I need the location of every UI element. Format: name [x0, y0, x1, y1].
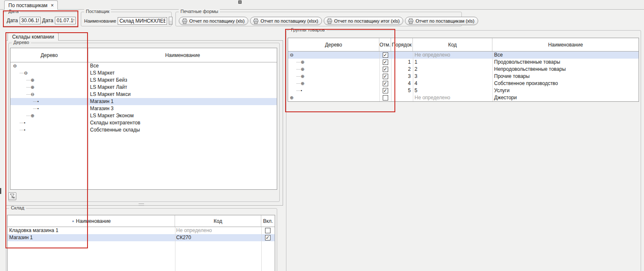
- expand-node-icon[interactable]: ⊕: [31, 85, 34, 90]
- tab-po-postavshchikam[interactable]: По поставщикам ×: [4, 0, 58, 10]
- filter-add-button[interactable]: [8, 192, 16, 200]
- horizontal-splitter-handle[interactable]: [139, 204, 144, 206]
- product-group-row[interactable]: ⊕✓44Собственное производство: [288, 80, 639, 87]
- column-header-tree[interactable]: Дерево: [288, 38, 379, 51]
- print-report-button[interactable]: Отчет по поставщику (xlsx): [250, 17, 322, 25]
- tree-row[interactable]: ⊖Все: [10, 62, 277, 70]
- checkbox-checked[interactable]: ✓: [383, 81, 388, 86]
- tree-connector: [26, 80, 30, 80]
- tree-row[interactable]: ●Склады контрагентов: [10, 119, 277, 126]
- tab-sklady-kompanii[interactable]: Склады компании: [8, 33, 59, 41]
- collapse-node-icon[interactable]: ⊖: [13, 64, 17, 68]
- tree-row[interactable]: ⊕LS Маркет Лайт: [10, 84, 277, 91]
- print-report-button[interactable]: Отчет по поставщикам (xls): [405, 17, 478, 25]
- column-header-label: Наименование: [76, 218, 111, 224]
- tree-row[interactable]: ⊕LS Маркет Эконом: [10, 112, 277, 119]
- checkbox-unchecked[interactable]: [383, 95, 388, 101]
- column-header-included[interactable]: Вкл.: [261, 215, 275, 227]
- product-group-row[interactable]: ⊕✓11Продовольственные товары: [288, 59, 639, 66]
- expand-node-icon[interactable]: ⊕: [31, 78, 34, 83]
- group-code: Не определено: [413, 52, 492, 59]
- tree-node-cell: ⊕: [10, 77, 88, 84]
- tree-row[interactable]: ●Магазин 3: [10, 105, 277, 112]
- supplier-name-label: Наименование: [84, 18, 116, 23]
- tree-connector: [33, 101, 37, 102]
- warehouse-name: LS Маркет Лайт: [88, 84, 277, 91]
- product-group-row[interactable]: ⊕✓22Непродовольственные товары: [288, 66, 639, 73]
- tree-connector: [20, 73, 23, 73]
- tree-row[interactable]: ●Магазин 1: [10, 98, 277, 105]
- checkbox-checked[interactable]: ✓: [383, 52, 388, 58]
- expand-node-icon[interactable]: ⊕: [301, 74, 304, 79]
- group-name: Продовольственные товары: [492, 59, 639, 66]
- checkbox-checked[interactable]: ✓: [383, 67, 388, 72]
- group-name: Собственное производство: [492, 80, 639, 87]
- tree-connector: [296, 83, 300, 84]
- warehouse-code: СК270: [175, 234, 260, 241]
- column-header-order[interactable]: Порядок: [391, 38, 413, 51]
- product-group-row[interactable]: ⊕Не определеноДжестори: [288, 94, 639, 101]
- checkbox-checked[interactable]: ✓: [265, 235, 270, 240]
- checkbox-cell: [260, 227, 275, 234]
- tab-close-icon[interactable]: ×: [51, 3, 54, 8]
- collapse-node-icon[interactable]: ⊖: [24, 71, 28, 75]
- print-report-button[interactable]: Отчет по поставщику итог (xls): [324, 17, 403, 25]
- warehouse-table-body: Кладовка магазина 1Не определеноМагазин …: [8, 227, 275, 241]
- product-group-row[interactable]: ⊕✓33Прочие товары: [288, 73, 639, 80]
- checkbox-unchecked[interactable]: [265, 228, 270, 233]
- warehouse-name: Склады контрагентов: [88, 119, 277, 126]
- checkbox-checked[interactable]: ✓: [383, 74, 388, 79]
- table-row[interactable]: Магазин 1СК270✓: [8, 234, 275, 241]
- tree-node-cell: ●: [10, 105, 88, 112]
- supplier-picker-button[interactable]: …: [169, 17, 173, 25]
- tree-row[interactable]: ●Собственные склады: [10, 126, 277, 134]
- checkbox-cell: ✓: [379, 66, 391, 73]
- column-header-label: Наименование: [165, 52, 200, 58]
- collapse-node-icon[interactable]: ⊖: [31, 92, 34, 97]
- printer-icon: [327, 18, 332, 24]
- expand-node-icon[interactable]: ⊕: [301, 67, 304, 72]
- column-header-code[interactable]: Код: [413, 38, 492, 51]
- tree-node-cell: ⊖: [288, 52, 379, 59]
- expand-node-icon[interactable]: ⊕: [301, 81, 304, 86]
- expand-node-icon[interactable]: ⊕: [290, 95, 294, 100]
- collapse-node-icon[interactable]: ⊖: [290, 53, 294, 57]
- column-header-name[interactable]: Наименование: [88, 48, 277, 62]
- tree-row[interactable]: ⊖LS Маркет: [10, 70, 277, 77]
- tree-row[interactable]: ⊖LS Маркет Макси: [10, 91, 277, 98]
- tree-node-cell: ⊕: [288, 94, 379, 101]
- print-forms-group-title: Печатные формы: [179, 9, 220, 14]
- expand-node-icon[interactable]: ⊕: [301, 60, 304, 65]
- tree-node-cell: ⊖: [10, 70, 88, 77]
- date-to-input[interactable]: [55, 17, 76, 24]
- warehouse-name: LS Маркет Макси: [88, 91, 277, 98]
- tree-node-cell: ⊕: [288, 73, 379, 80]
- print-report-button[interactable]: Отчет по поставщику (xls): [179, 17, 248, 25]
- supplier-name-input[interactable]: [118, 17, 167, 25]
- group-name: Прочие товары: [492, 73, 639, 80]
- column-separator: [492, 52, 493, 101]
- column-header-tree[interactable]: Дерево: [10, 48, 88, 62]
- column-header-code[interactable]: Код: [175, 215, 261, 227]
- checkbox-cell: ✓: [260, 234, 275, 241]
- product-group-row[interactable]: ●✓55Услуги: [288, 87, 639, 94]
- column-header-name[interactable]: Наименование: [492, 38, 639, 51]
- ui-artifact: [238, 0, 242, 4]
- expand-node-icon[interactable]: ⊕: [31, 114, 34, 118]
- checkbox-checked[interactable]: ✓: [383, 88, 388, 93]
- column-header-warehouse-name[interactable]: ▲ Наименование: [8, 215, 175, 227]
- column-header-marked[interactable]: Отм.: [379, 38, 391, 51]
- group-code: 4: [413, 80, 492, 87]
- tree-row[interactable]: ⊕LS Маркет Бейз: [10, 77, 277, 84]
- tree-node-cell: ●: [10, 98, 88, 105]
- product-groups-table-header: Дерево Отм. Порядок Код Наименование: [288, 38, 639, 52]
- checkbox-checked[interactable]: ✓: [383, 59, 388, 65]
- column-header-label: Дерево: [325, 42, 342, 48]
- date-from-input[interactable]: [20, 17, 41, 24]
- company-warehouses-tree-table: Дерево Наименование ⊖Все⊖LS Маркет⊕LS Ма…: [10, 48, 277, 190]
- tree-connector: [296, 76, 300, 77]
- date-from-label: Дата: [7, 18, 18, 23]
- product-group-row[interactable]: ⊖✓Не определеноВсе: [288, 52, 639, 59]
- table-row[interactable]: Кладовка магазина 1Не определено: [8, 227, 275, 234]
- filter-funnel-icon: [10, 194, 15, 199]
